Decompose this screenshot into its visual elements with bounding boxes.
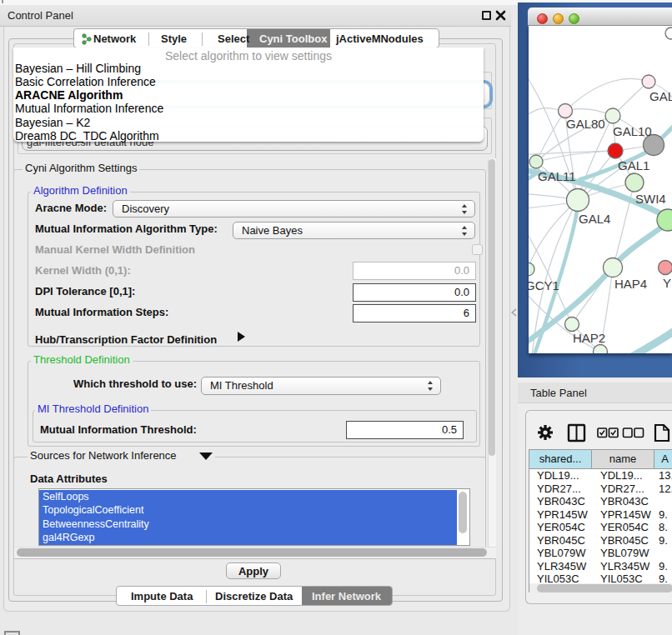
svg-text:GAL4: GAL4 xyxy=(579,212,610,226)
svg-text:GCY1: GCY1 xyxy=(529,278,559,292)
svg-text:HAP2: HAP2 xyxy=(573,331,605,345)
svg-text:HAP4: HAP4 xyxy=(614,277,647,291)
svg-text:GAL10: GAL10 xyxy=(613,124,652,138)
svg-text:GAL11: GAL11 xyxy=(538,169,576,183)
svg-text:SWI4: SWI4 xyxy=(635,192,666,206)
svg-text:GAL80: GAL80 xyxy=(566,117,605,131)
svg-text:GAL: GAL xyxy=(649,89,672,103)
svg-text:GAL1: GAL1 xyxy=(618,158,649,172)
svg-text:Y: Y xyxy=(663,276,671,290)
